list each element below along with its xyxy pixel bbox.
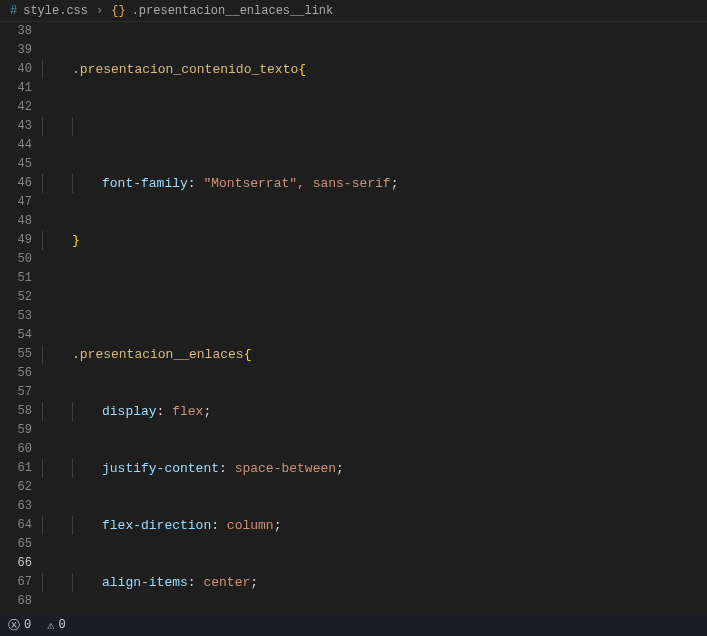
status-warnings[interactable]: ⚠ 0: [47, 618, 65, 633]
code-area[interactable]: .presentacion_contenido_texto{ font-fami…: [42, 22, 707, 614]
line-number[interactable]: 59: [0, 421, 32, 440]
line-number[interactable]: 45: [0, 155, 32, 174]
line-number[interactable]: 40: [0, 60, 32, 79]
line-number[interactable]: 68: [0, 592, 32, 611]
line-number[interactable]: 62: [0, 478, 32, 497]
status-bar[interactable]: ⓧ 0 ⚠ 0: [0, 614, 707, 636]
css-value: column: [227, 518, 274, 533]
line-number[interactable]: 43: [0, 117, 32, 136]
error-icon: ⓧ: [8, 617, 20, 634]
line-number[interactable]: 49: [0, 231, 32, 250]
line-number[interactable]: 55: [0, 345, 32, 364]
line-number[interactable]: 41: [0, 79, 32, 98]
css-value: "Montserrat", sans-serif: [203, 176, 390, 191]
css-property: justify-content: [102, 461, 219, 476]
code-editor[interactable]: 3839404142434445464748495051525354555657…: [0, 22, 707, 614]
breadcrumb-file[interactable]: style.css: [23, 4, 88, 18]
css-property: font-family: [102, 176, 188, 191]
line-number[interactable]: 53: [0, 307, 32, 326]
css-rule-icon: {}: [111, 4, 125, 18]
css-value: space-between: [235, 461, 336, 476]
status-errors[interactable]: ⓧ 0: [8, 617, 31, 634]
css-selector: .presentacion_contenido_texto: [72, 62, 298, 77]
line-number[interactable]: 44: [0, 136, 32, 155]
css-property: align-items: [102, 575, 188, 590]
line-number-gutter[interactable]: 3839404142434445464748495051525354555657…: [0, 22, 42, 614]
css-property: flex-direction: [102, 518, 211, 533]
line-number[interactable]: 48: [0, 212, 32, 231]
line-number[interactable]: 63: [0, 497, 32, 516]
line-number[interactable]: 66: [0, 554, 32, 573]
line-number[interactable]: 50: [0, 250, 32, 269]
line-number[interactable]: 67: [0, 573, 32, 592]
warning-icon: ⚠: [47, 618, 54, 633]
line-number[interactable]: 46: [0, 174, 32, 193]
line-number[interactable]: 42: [0, 98, 32, 117]
line-number[interactable]: 60: [0, 440, 32, 459]
line-number[interactable]: 58: [0, 402, 32, 421]
line-number[interactable]: 51: [0, 269, 32, 288]
line-number[interactable]: 52: [0, 288, 32, 307]
line-number[interactable]: 54: [0, 326, 32, 345]
chevron-right-icon: ›: [96, 4, 103, 18]
line-number[interactable]: 56: [0, 364, 32, 383]
css-selector: .presentacion__enlaces: [72, 347, 244, 362]
warning-count: 0: [58, 618, 65, 632]
line-number[interactable]: 39: [0, 41, 32, 60]
line-number[interactable]: 38: [0, 22, 32, 41]
line-number[interactable]: 64: [0, 516, 32, 535]
breadcrumb[interactable]: # style.css › {} .presentacion__enlaces_…: [0, 0, 707, 22]
css-value: flex: [172, 404, 203, 419]
line-number[interactable]: 57: [0, 383, 32, 402]
line-number[interactable]: 47: [0, 193, 32, 212]
css-value: center: [203, 575, 250, 590]
breadcrumb-selector[interactable]: .presentacion__enlaces__link: [132, 4, 334, 18]
error-count: 0: [24, 618, 31, 632]
line-number[interactable]: 65: [0, 535, 32, 554]
css-property: display: [102, 404, 157, 419]
css-file-icon: #: [10, 4, 17, 18]
line-number[interactable]: 61: [0, 459, 32, 478]
